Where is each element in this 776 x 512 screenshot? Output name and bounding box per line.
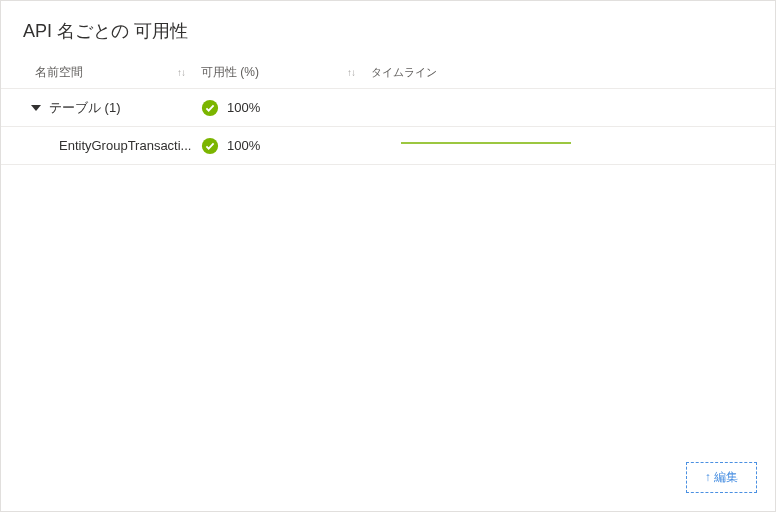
- group-availability-value: 100%: [227, 100, 260, 115]
- table-group-row[interactable]: テーブル (1) 100%: [1, 89, 775, 127]
- edit-button[interactable]: ↑ 編集: [686, 462, 757, 493]
- row-label: EntityGroupTransacti...: [59, 138, 191, 153]
- table-header-row: 名前空間 ↑↓ 可用性 (%) ↑↓ タイムライン: [1, 57, 775, 89]
- check-circle-icon: [201, 137, 219, 155]
- caret-down-icon: [31, 105, 41, 111]
- table-row[interactable]: EntityGroupTransacti... 100%: [1, 127, 775, 165]
- column-namespace[interactable]: 名前空間 ↑↓: [1, 64, 201, 81]
- column-timeline-label: タイムライン: [371, 65, 769, 80]
- sparkline: [401, 139, 571, 147]
- availability-table: 名前空間 ↑↓ 可用性 (%) ↑↓ タイムライン テーブル (1) 100% …: [1, 57, 775, 165]
- section-title: API 名ごとの 可用性: [1, 1, 775, 57]
- group-label: テーブル (1): [49, 99, 121, 117]
- column-timeline[interactable]: タイムライン: [371, 65, 775, 80]
- sort-arrows-icon: ↑↓: [177, 70, 185, 76]
- column-namespace-label: 名前空間: [35, 64, 177, 81]
- row-availability-value: 100%: [227, 138, 260, 153]
- column-availability[interactable]: 可用性 (%) ↑↓: [201, 64, 371, 81]
- column-availability-label: 可用性 (%): [201, 64, 347, 81]
- check-circle-icon: [201, 99, 219, 117]
- sort-arrows-icon: ↑↓: [347, 70, 355, 76]
